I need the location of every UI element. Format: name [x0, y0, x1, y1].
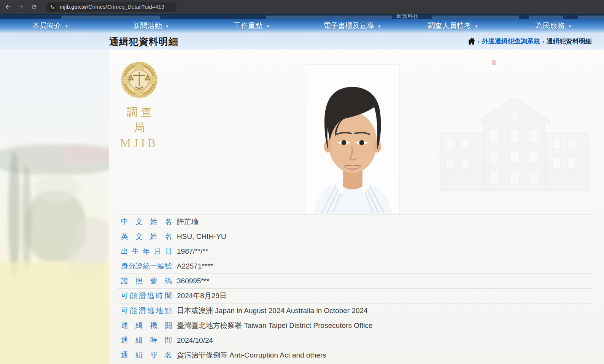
chevron-down-icon: ▼ — [377, 24, 381, 29]
chevron-down-icon: ▼ — [65, 24, 68, 29]
topbar-block — [432, 16, 519, 19]
breadcrumb-current: 通緝犯資料明細 — [547, 37, 592, 46]
field-label: 中文姓名 — [121, 217, 172, 227]
field-value: 2024年8月29日 — [177, 291, 227, 301]
watermark-building — [64, 145, 109, 163]
breadcrumb-separator: › — [478, 38, 480, 45]
wanted-person-photo — [306, 65, 399, 213]
nav-menu-item[interactable]: 工作重點 ▼ — [201, 19, 302, 33]
url-domain: mjib.gov.tw — [60, 4, 87, 10]
field-label: 出生年月日 — [121, 246, 172, 256]
field-label: 身分證統一編號 — [121, 261, 172, 271]
field-value: 360995*** — [177, 277, 210, 285]
forward-icon[interactable] — [14, 0, 27, 13]
detail-row: 英文姓名 HSU, CHIH-YU — [118, 229, 592, 244]
field-value: 臺灣臺北地方檢察署 Taiwan Taipei District Prosecu… — [177, 321, 373, 331]
nav-menu-item[interactable]: 新聞活動 ▼ — [101, 19, 202, 33]
field-label: 英文姓名 — [121, 232, 172, 242]
detail-row: 身分證統一編號 A22571**** — [118, 259, 592, 273]
field-value: 日本或澳洲 Japan in August 2024 Australia in … — [177, 306, 368, 316]
breadcrumb-separator: › — [542, 38, 544, 45]
back-icon[interactable] — [2, 0, 14, 13]
mjib-logo: 調查局 MJIB — [116, 60, 162, 150]
topbar-block — [529, 16, 563, 19]
detail-card: 調查局 MJIB — [109, 49, 604, 364]
screen: mjib.gov.tw/Crimes/Crimes_Detail?uid=419… — [0, 0, 604, 364]
logo-cn-text: 調查局 — [119, 105, 162, 135]
topbar-block — [61, 16, 160, 19]
field-value: 貪污治罪條例等 Anti-Corruption Act and others — [177, 350, 326, 360]
topbar-partial-text: 鑑識科技 — [396, 14, 419, 19]
home-icon[interactable] — [467, 38, 475, 45]
detail-row: 通緝罪名 貪污治罪條例等 Anti-Corruption Act and oth… — [118, 348, 592, 362]
nav-menu-item[interactable]: 調查人員特考 ▼ — [403, 19, 504, 33]
url-text[interactable]: mjib.gov.tw/Crimes/Crimes_Detail?uid=419 — [60, 4, 164, 10]
detail-row: 通緝機關 臺灣臺北地方檢察署 Taiwan Taipei District Pr… — [118, 318, 592, 333]
site-topbar-clipped: 鑑識科技 — [0, 14, 604, 19]
watermark-cypress — [8, 151, 20, 277]
mjib-badge-icon — [119, 60, 159, 101]
field-label: 可能潛逃地點 — [121, 306, 172, 316]
detail-row: 通緝時間 2024/10/24 — [118, 333, 592, 348]
watermark-flowers — [35, 175, 81, 202]
field-label: 通緝時間 — [121, 335, 172, 345]
breadcrumb: › 外逃通緝犯查詢系統 › 通緝犯資料明細 — [467, 37, 592, 46]
page-title-bar: 通緝犯資料明細 › 外逃通緝犯查詢系統 › 通緝犯資料明細 — [0, 33, 604, 49]
field-value: 2024/10/24 — [177, 336, 213, 345]
chevron-down-icon: ▼ — [165, 24, 169, 29]
chevron-down-icon: ▼ — [266, 24, 270, 29]
portrait-illustration — [306, 65, 399, 213]
detail-row: 可能潛逃時間 2024年8月29日 — [118, 288, 592, 303]
detail-row: 護照號碼 360995*** — [118, 273, 592, 288]
nav-item-label: 為民服務 — [536, 21, 564, 31]
page-title: 通緝犯資料明細 — [109, 35, 178, 48]
breadcrumb-link[interactable]: 外逃通緝犯查詢系統 — [482, 37, 540, 46]
url-path: /Crimes/Crimes_Detail?uid=419 — [87, 4, 164, 10]
site-settings-icon[interactable] — [48, 3, 56, 11]
nav-item-label: 工作重點 — [234, 21, 262, 31]
field-value: 許芷瑜 — [177, 217, 199, 227]
field-value: HSU, CHIH-YU — [177, 232, 226, 241]
nav-menu-item[interactable]: 為民服務 ▼ — [503, 19, 604, 33]
nav-menu-item[interactable]: 電子書櫃及宣導 ▼ — [302, 19, 403, 33]
topbar-block — [578, 16, 604, 19]
main-nav: 本局簡介 ▼ 新聞活動 ▼ 工作重點 ▼ 電子書櫃及宣導 ▼ 調查人員特考 ▼ … — [0, 19, 604, 33]
detail-row: 中文姓名 許芷瑜 — [118, 214, 592, 229]
detail-row: 出生年月日 1987/**/** — [118, 244, 592, 259]
field-label: 通緝機關 — [121, 321, 172, 331]
address-bar[interactable]: mjib.gov.tw/Crimes/Crimes_Detail?uid=419 — [46, 2, 177, 12]
watermark-flag — [492, 60, 496, 65]
field-label: 通緝罪名 — [121, 350, 172, 360]
detail-table: 中文姓名 許芷瑜 英文姓名 HSU, CHIH-YU 出生年月日 1987/**… — [118, 214, 592, 362]
background-campus-photo — [0, 49, 109, 364]
field-label: 護照號碼 — [121, 276, 172, 286]
watermark-field — [0, 262, 109, 364]
field-value: A22571**** — [177, 262, 213, 270]
field-label: 可能潛逃時間 — [121, 291, 172, 301]
detail-row: 可能潛逃地點 日本或澳洲 Japan in August 2024 Austra… — [118, 303, 592, 318]
field-value: 1987/**/** — [177, 247, 208, 256]
chevron-down-icon: ▼ — [568, 24, 572, 29]
browser-toolbar: mjib.gov.tw/Crimes/Crimes_Detail?uid=419 — [0, 0, 604, 14]
content-area: 調查局 MJIB — [0, 49, 604, 364]
nav-item-label: 電子書櫃及宣導 — [323, 21, 374, 31]
chevron-down-icon: ▼ — [475, 24, 478, 29]
logo-en-text: MJIB — [116, 136, 162, 150]
nav-item-label: 調查人員特考 — [428, 21, 471, 31]
topbar-block — [266, 16, 392, 19]
nav-menu-item[interactable]: 本局簡介 ▼ — [0, 19, 101, 33]
reload-icon[interactable] — [27, 0, 40, 13]
nav-item-label: 本局簡介 — [32, 21, 61, 31]
nav-item-label: 新聞活動 — [133, 21, 162, 31]
